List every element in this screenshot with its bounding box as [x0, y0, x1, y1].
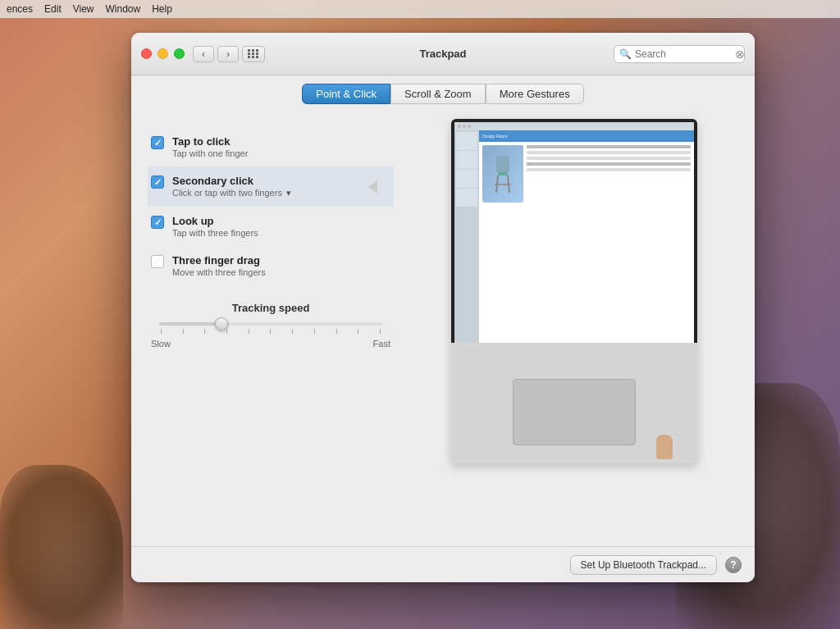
slider-labels: Slow Fast [151, 339, 390, 349]
tab-bar: Point & Click Scroll & Zoom More Gesture… [131, 75, 755, 111]
bluetooth-setup-button[interactable]: Set Up Bluetooth Trackpad... [570, 555, 717, 575]
option-text-look-up: Look up Tap with three fingers [172, 215, 258, 238]
finger-hint [656, 435, 673, 459]
back-button[interactable]: ‹ [193, 46, 214, 62]
tick-2 [183, 329, 184, 334]
option-title-secondary-click: Secondary click [172, 175, 291, 187]
search-bar[interactable]: 🔍 ⊗ [614, 45, 745, 63]
screen-content: Design Room [454, 122, 694, 343]
screen-article [479, 142, 694, 206]
text-line-1 [527, 145, 691, 148]
checkbox-tap-to-click[interactable] [151, 136, 164, 149]
tab-point-click[interactable]: Point & Click [302, 84, 390, 104]
menu-bar: ences Edit View Window Help [0, 0, 840, 18]
tick-11 [380, 329, 381, 334]
tick-5 [249, 329, 249, 334]
screen-sidebar [454, 130, 479, 343]
close-button[interactable] [141, 48, 152, 59]
menu-item-window[interactable]: Window [106, 3, 141, 15]
tab-more-gestures[interactable]: More Gestures [486, 84, 584, 104]
traffic-lights [141, 48, 185, 59]
grid-view-button[interactable] [242, 46, 265, 62]
right-panel: Design Room [410, 119, 738, 463]
cursor-indicator [368, 180, 377, 194]
option-subtitle-tap-to-click: Tap with one finger [172, 148, 248, 158]
slow-label: Slow [151, 339, 171, 349]
forward-button[interactable]: › [217, 46, 239, 62]
option-title-tap-to-click: Tap to click [172, 135, 248, 148]
slider-thumb[interactable] [215, 317, 228, 330]
screen-dot-1 [458, 125, 461, 128]
search-icon: 🔍 [619, 48, 632, 60]
tick-6 [270, 329, 271, 334]
minimize-button[interactable] [158, 48, 168, 59]
option-tap-to-click[interactable]: Tap to click Tap with one finger [148, 127, 394, 166]
option-text-tap-to-click: Tap to click Tap with one finger [172, 135, 248, 158]
tick-10 [358, 329, 358, 334]
laptop-screen: Design Room [451, 119, 697, 343]
checkbox-three-finger-drag[interactable] [151, 255, 164, 268]
screen-body: Design Room [454, 130, 694, 343]
sidebar-item-1 [456, 132, 477, 150]
checkbox-look-up[interactable] [151, 216, 164, 229]
zoom-button[interactable] [174, 48, 185, 59]
sidebar-item-4 [456, 189, 477, 207]
tick-1 [161, 329, 162, 334]
slider-track [159, 322, 382, 326]
svg-rect-0 [496, 156, 509, 172]
back-icon: ‹ [202, 48, 205, 60]
option-subtitle-three-finger-drag: Move with three fingers [172, 267, 266, 277]
slider-container [159, 322, 382, 334]
content-area: Tap to click Tap with one finger Seconda… [131, 111, 755, 472]
search-clear-button[interactable]: ⊗ [735, 48, 745, 61]
window-title: Trackpad [419, 48, 466, 60]
tracking-section: Tracking speed [148, 302, 394, 349]
tab-scroll-zoom[interactable]: Scroll & Zoom [390, 84, 486, 104]
svg-rect-1 [498, 172, 508, 175]
secondary-click-dropdown-arrow[interactable]: ▾ [286, 188, 291, 198]
menu-item-view[interactable]: View [73, 3, 94, 15]
text-line-5 [527, 168, 691, 171]
screen-text-area [527, 145, 691, 203]
nav-buttons: ‹ › [193, 46, 239, 62]
option-title-three-finger-drag: Three finger drag [172, 254, 266, 267]
tracking-speed-label: Tracking speed [151, 302, 390, 314]
preview-image: Design Room [451, 119, 697, 463]
option-look-up[interactable]: Look up Tap with three fingers [148, 207, 394, 246]
option-text-three-finger-drag: Three finger drag Move with three finger… [172, 254, 266, 277]
slider-ticks [161, 329, 381, 334]
forward-icon: › [226, 48, 230, 60]
sidebar-item-2 [456, 151, 477, 169]
left-panel: Tap to click Tap with one finger Seconda… [148, 119, 394, 463]
option-three-finger-drag[interactable]: Three finger drag Move with three finger… [148, 246, 394, 285]
screen-header-bar: Design Room [479, 130, 694, 142]
trackpad-window: ‹ › Trackpad 🔍 ⊗ Point & Click Scroll & … [131, 33, 755, 582]
screen-menubar [454, 122, 694, 130]
checkbox-secondary-click[interactable] [151, 175, 164, 189]
screen-dot-2 [463, 125, 466, 128]
option-secondary-click[interactable]: Secondary click Click or tap with two fi… [148, 166, 394, 207]
screen-chair-image [482, 145, 523, 203]
trackpad-area [513, 379, 636, 445]
option-subtitle-look-up: Tap with three fingers [172, 228, 258, 238]
screen-dot-3 [468, 125, 471, 128]
laptop-bottom [451, 343, 697, 463]
option-title-look-up: Look up [172, 215, 258, 227]
tick-8 [314, 329, 315, 334]
help-button[interactable]: ? [725, 557, 742, 573]
menu-item-edit[interactable]: Edit [44, 3, 62, 15]
screen-main: Design Room [479, 130, 694, 343]
text-line-3 [527, 157, 691, 160]
option-subtitle-secondary-click: Click or tap with two fingers ▾ [172, 188, 291, 198]
search-input[interactable] [635, 48, 733, 60]
tick-7 [292, 329, 293, 334]
fast-label: Fast [373, 339, 390, 349]
sidebar-item-3 [456, 170, 477, 188]
menu-item-preferences[interactable]: ences [7, 3, 33, 15]
tick-4 [226, 329, 227, 334]
menu-item-help[interactable]: Help [152, 3, 172, 15]
text-line-4 [527, 162, 691, 166]
text-line-2 [527, 151, 691, 154]
title-bar: ‹ › Trackpad 🔍 ⊗ [131, 33, 755, 75]
bottom-bar: Set Up Bluetooth Trackpad... ? [131, 546, 755, 582]
